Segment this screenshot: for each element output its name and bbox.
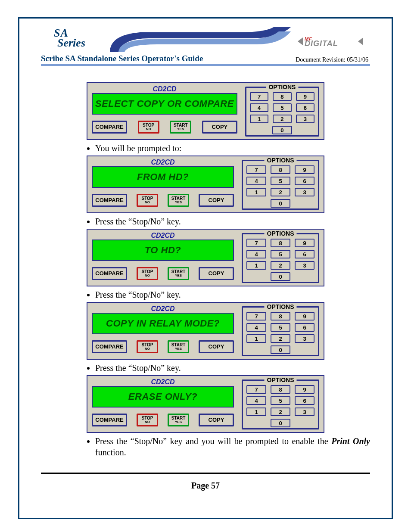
device-panel: CD2CDSELECT COPY OR COMPARECOMPARESTOPNO… xyxy=(87,82,324,140)
keypad-grid: 789456123 xyxy=(246,385,314,416)
keypad-7[interactable]: 7 xyxy=(246,312,266,320)
keypad-1[interactable]: 1 xyxy=(246,334,266,343)
start-yes-button[interactable]: STARTYES xyxy=(168,414,189,426)
start-yes-button[interactable]: STARTYES xyxy=(170,121,191,134)
start-yes-button[interactable]: STARTYES xyxy=(168,267,189,280)
start-yes-button[interactable]: STARTYES xyxy=(168,194,189,207)
stop-no-button[interactable]: STOPNO xyxy=(138,121,159,134)
keypad-1[interactable]: 1 xyxy=(246,188,266,196)
keypad-2[interactable]: 2 xyxy=(271,334,290,343)
keypad-5[interactable]: 5 xyxy=(273,103,291,112)
keypad-4[interactable]: 4 xyxy=(246,396,266,405)
start-yes-button-sublabel: YES xyxy=(175,347,182,351)
keypad-grid: 789456123 xyxy=(246,239,314,270)
stop-no-button-sublabel: NO xyxy=(145,274,150,277)
step-list: CD2CDSELECT COPY OR COMPARECOMPARESTOPNO… xyxy=(41,82,370,458)
compare-button[interactable]: COMPARE xyxy=(92,414,127,426)
keypad-0[interactable]: 0 xyxy=(271,345,290,354)
keypad-grid: 789456123 xyxy=(246,165,314,196)
step-text: Press the “Stop/No” key and you will be … xyxy=(95,436,370,458)
keypad-3[interactable]: 3 xyxy=(295,408,314,416)
step-text: Press the “Stop/No” key. xyxy=(95,362,370,373)
compare-button[interactable]: COMPARE xyxy=(92,267,127,280)
copy-button[interactable]: COPY xyxy=(199,194,234,207)
copy-button[interactable]: COPY xyxy=(199,340,234,353)
stop-no-button-sublabel: NO xyxy=(145,347,150,351)
keypad-5[interactable]: 5 xyxy=(271,250,290,258)
stop-no-button[interactable]: STOPNO xyxy=(137,267,158,280)
start-yes-button[interactable]: STARTYES xyxy=(168,340,189,353)
keypad-3[interactable]: 3 xyxy=(295,261,314,270)
stop-no-button[interactable]: STOPNO xyxy=(137,194,158,207)
keypad-2[interactable]: 2 xyxy=(271,188,290,196)
keypad-8[interactable]: 8 xyxy=(271,385,290,394)
device-left: CD2CDERASE ONLY?COMPARESTOPNOSTARTYESCOP… xyxy=(92,379,234,429)
keypad-0[interactable]: 0 xyxy=(272,126,292,134)
keypad-0[interactable]: 0 xyxy=(271,272,290,281)
keypad-3[interactable]: 3 xyxy=(296,115,314,123)
stop-no-button[interactable]: STOPNO xyxy=(137,414,158,426)
keypad-7[interactable]: 7 xyxy=(246,239,266,247)
stop-no-button[interactable]: STOPNO xyxy=(137,340,158,353)
start-yes-button-sublabel: YES xyxy=(177,128,184,131)
compare-button-label: COMPARE xyxy=(95,198,123,203)
compare-button[interactable]: COMPARE xyxy=(92,121,127,134)
keypad-0[interactable]: 0 xyxy=(271,419,290,427)
keypad-8[interactable]: 8 xyxy=(273,92,291,101)
keypad-8[interactable]: 8 xyxy=(271,165,290,174)
compare-button[interactable]: COMPARE xyxy=(92,194,127,207)
keypad-9[interactable]: 9 xyxy=(295,385,314,394)
device-left: CD2CDCOPY IN RELAY MODE?COMPARESTOPNOSTA… xyxy=(92,305,234,356)
keypad-7[interactable]: 7 xyxy=(246,385,266,394)
panel-wrap: CD2CDSELECT COPY OR COMPARECOMPARESTOPNO… xyxy=(41,82,370,140)
keypad-9[interactable]: 9 xyxy=(295,239,314,247)
keypad-2[interactable]: 2 xyxy=(271,408,290,416)
keypad-3[interactable]: 3 xyxy=(295,334,314,343)
keypad-5[interactable]: 5 xyxy=(271,323,290,332)
keypad-8[interactable]: 8 xyxy=(271,312,290,320)
keypad-9[interactable]: 9 xyxy=(295,165,314,174)
copy-button[interactable]: COPY xyxy=(202,121,237,134)
keypad-4[interactable]: 4 xyxy=(246,177,266,185)
keypad-1[interactable]: 1 xyxy=(250,115,268,123)
keypad-2[interactable]: 2 xyxy=(271,261,290,270)
keypad-4[interactable]: 4 xyxy=(250,103,268,112)
keypad-6[interactable]: 6 xyxy=(295,396,314,405)
device-brand: CD2CD xyxy=(92,159,234,166)
copy-button[interactable]: COPY xyxy=(199,267,234,280)
page-number: Page 57 xyxy=(41,481,370,491)
keypad-4[interactable]: 4 xyxy=(246,250,266,258)
compare-button-label: COMPARE xyxy=(95,417,123,423)
keypad-0[interactable]: 0 xyxy=(271,199,290,208)
keypad-4[interactable]: 4 xyxy=(246,323,266,332)
keypad-6[interactable]: 6 xyxy=(295,177,314,185)
options-label: OPTIONS xyxy=(266,84,298,90)
panel-wrap: CD2CDERASE ONLY?COMPARESTOPNOSTARTYESCOP… xyxy=(41,375,370,433)
keypad-1[interactable]: 1 xyxy=(246,408,266,416)
keypad-6[interactable]: 6 xyxy=(296,103,314,112)
keypad-9[interactable]: 9 xyxy=(295,312,314,320)
keypad-9[interactable]: 9 xyxy=(296,92,314,101)
options-label: OPTIONS xyxy=(264,230,296,237)
device-panel: CD2CDERASE ONLY?COMPARESTOPNOSTARTYESCOP… xyxy=(87,375,324,433)
keypad-1[interactable]: 1 xyxy=(246,261,266,270)
page-frame: SA Series MF DIGITAL Scribe SA Standalon… xyxy=(18,17,393,519)
copy-button[interactable]: COPY xyxy=(199,414,234,426)
compare-button[interactable]: COMPARE xyxy=(92,340,127,353)
keypad-3[interactable]: 3 xyxy=(295,188,314,196)
lcd-text: TO HD? xyxy=(145,245,181,256)
device-brand: CD2CD xyxy=(92,379,234,386)
lcd-screen: COPY IN RELAY MODE? xyxy=(92,313,234,334)
copy-button-label: COPY xyxy=(212,124,227,130)
options-label: OPTIONS xyxy=(264,303,296,310)
keypad-2[interactable]: 2 xyxy=(273,115,291,123)
keypad-7[interactable]: 7 xyxy=(246,165,266,174)
keypad-5[interactable]: 5 xyxy=(271,396,290,405)
keypad-5[interactable]: 5 xyxy=(271,177,290,185)
lcd-text: FROM HD? xyxy=(137,171,189,183)
keypad-6[interactable]: 6 xyxy=(295,250,314,258)
keypad-8[interactable]: 8 xyxy=(271,239,290,247)
keypad-6[interactable]: 6 xyxy=(295,323,314,332)
keypad-7[interactable]: 7 xyxy=(250,92,268,101)
keypad-grid: 789456123 xyxy=(246,312,314,343)
